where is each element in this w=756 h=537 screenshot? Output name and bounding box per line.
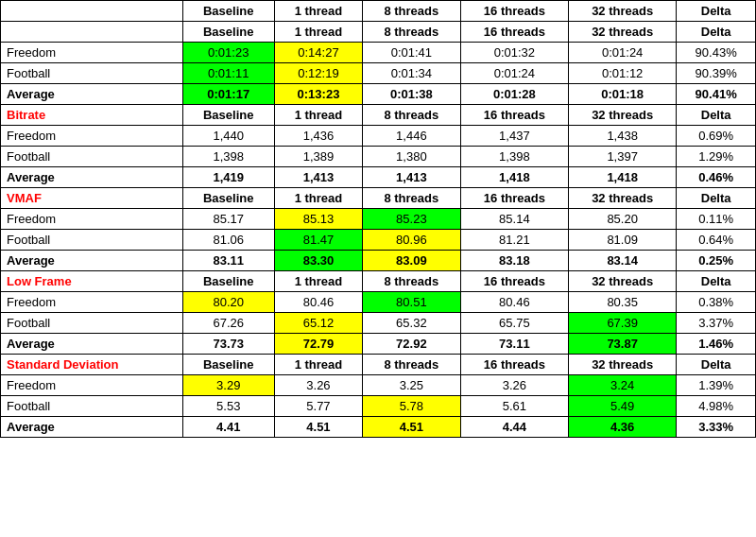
table-cell: 67.39 bbox=[569, 313, 677, 334]
section-col-0: Baseline bbox=[182, 188, 274, 209]
table-cell: Football bbox=[1, 147, 183, 167]
table-cell: 5.61 bbox=[460, 396, 568, 417]
col-header-name bbox=[1, 1, 183, 22]
table-cell: Football bbox=[1, 230, 183, 251]
col-header-32threads: 32 threads bbox=[569, 1, 677, 22]
table-cell: 0:01:24 bbox=[460, 63, 568, 84]
table-row: Football0:01:110:12:190:01:340:01:240:01… bbox=[1, 63, 756, 84]
section-col-2: 8 threads bbox=[363, 355, 461, 375]
table-row: Football67.2665.1265.3265.7567.393.37% bbox=[1, 313, 756, 334]
table-cell: 1,438 bbox=[569, 126, 677, 147]
table-cell: Freedom bbox=[1, 375, 183, 396]
table-cell: 65.75 bbox=[460, 313, 568, 334]
table-cell: 83.11 bbox=[182, 251, 274, 271]
table-cell: Average bbox=[1, 251, 183, 271]
table-row: Football81.0681.4780.9681.2181.090.64% bbox=[1, 230, 756, 251]
section-label: Standard Deviation bbox=[1, 355, 183, 375]
section-col-1: 1 thread bbox=[274, 355, 362, 375]
table-cell: 73.87 bbox=[569, 334, 677, 355]
section-col-2: 8 threads bbox=[363, 188, 461, 209]
table-cell: 85.20 bbox=[569, 209, 677, 230]
table-cell: 1.29% bbox=[677, 147, 756, 167]
table-row: Freedom3.293.263.253.263.241.39% bbox=[1, 375, 756, 396]
table-cell: 1,397 bbox=[569, 147, 677, 167]
table-cell: 0:01:34 bbox=[363, 63, 461, 84]
table-cell: 4.36 bbox=[569, 417, 677, 438]
table-cell: 90.41% bbox=[677, 84, 756, 105]
table-cell: 4.51 bbox=[274, 417, 362, 438]
table-cell: 1,437 bbox=[460, 126, 568, 147]
table-cell: 1,389 bbox=[274, 147, 362, 167]
table-cell: 80.35 bbox=[569, 292, 677, 313]
table-cell: 80.51 bbox=[363, 292, 461, 313]
section-col-5: Delta bbox=[677, 188, 756, 209]
table-cell: 0:13:23 bbox=[274, 84, 362, 105]
table-cell: Freedom bbox=[1, 43, 183, 63]
section-label: Bitrate bbox=[1, 105, 183, 126]
section-col-3: 16 threads bbox=[460, 355, 568, 375]
table-cell: 0.25% bbox=[677, 251, 756, 271]
table-cell: 85.13 bbox=[274, 209, 362, 230]
table-cell: 67.26 bbox=[182, 313, 274, 334]
table-cell: 0:14:27 bbox=[274, 43, 362, 63]
section-col-4: 32 threads bbox=[569, 355, 677, 375]
table-cell: 65.12 bbox=[274, 313, 362, 334]
table-row: Average1,4191,4131,4131,4181,4180.46% bbox=[1, 167, 756, 188]
section-col-3: 16 threads bbox=[460, 271, 568, 292]
table-cell: 0:01:38 bbox=[363, 84, 461, 105]
table-cell: 1,419 bbox=[182, 167, 274, 188]
table-cell: Football bbox=[1, 63, 183, 84]
table-cell: 80.20 bbox=[182, 292, 274, 313]
table-cell: 90.39% bbox=[677, 63, 756, 84]
table-cell: 1,413 bbox=[363, 167, 461, 188]
table-cell: 73.11 bbox=[460, 334, 568, 355]
section-col-4: 32 threads bbox=[569, 22, 677, 43]
table-cell: 4.98% bbox=[677, 396, 756, 417]
table-cell: 80.96 bbox=[363, 230, 461, 251]
section-col-1: 1 thread bbox=[274, 188, 362, 209]
table-cell: 83.18 bbox=[460, 251, 568, 271]
section-label: Low Frame bbox=[1, 271, 183, 292]
table-cell: 83.09 bbox=[363, 251, 461, 271]
table-cell: 4.51 bbox=[363, 417, 461, 438]
table-cell: 0:01:41 bbox=[363, 43, 461, 63]
table-cell: 1,440 bbox=[182, 126, 274, 147]
table-cell: Average bbox=[1, 167, 183, 188]
table-cell: 4.41 bbox=[182, 417, 274, 438]
table-cell: 0:01:32 bbox=[460, 43, 568, 63]
table-cell: 85.17 bbox=[182, 209, 274, 230]
table-cell: 73.73 bbox=[182, 334, 274, 355]
table-cell: Football bbox=[1, 396, 183, 417]
section-header-4: Standard DeviationBaseline1 thread8 thre… bbox=[1, 355, 756, 375]
section-col-1: 1 thread bbox=[274, 22, 362, 43]
table-cell: 1,398 bbox=[182, 147, 274, 167]
section-header-3: Low FrameBaseline1 thread8 threads16 thr… bbox=[1, 271, 756, 292]
table-cell: 81.09 bbox=[569, 230, 677, 251]
table-cell: Freedom bbox=[1, 292, 183, 313]
table-cell: 1,436 bbox=[274, 126, 362, 147]
table-cell: 0:01:24 bbox=[569, 43, 677, 63]
section-header-1: BitrateBaseline1 thread8 threads16 threa… bbox=[1, 105, 756, 126]
table-cell: 80.46 bbox=[274, 292, 362, 313]
table-row: Freedom80.2080.4680.5180.4680.350.38% bbox=[1, 292, 756, 313]
table-cell: 0:01:18 bbox=[569, 84, 677, 105]
col-header-1thread: 1 thread bbox=[274, 1, 362, 22]
table-row: Freedom1,4401,4361,4461,4371,4380.69% bbox=[1, 126, 756, 147]
table-cell: 5.53 bbox=[182, 396, 274, 417]
table-cell: 1,380 bbox=[363, 147, 461, 167]
section-header-2: VMAFBaseline1 thread8 threads16 threads3… bbox=[1, 188, 756, 209]
table-cell: 5.77 bbox=[274, 396, 362, 417]
table-cell: Average bbox=[1, 334, 183, 355]
table-row: Average73.7372.7972.9273.1173.871.46% bbox=[1, 334, 756, 355]
table-cell: 5.49 bbox=[569, 396, 677, 417]
table-cell: 90.43% bbox=[677, 43, 756, 63]
table-cell: 3.29 bbox=[182, 375, 274, 396]
table-cell: 3.26 bbox=[460, 375, 568, 396]
table-cell: 85.14 bbox=[460, 209, 568, 230]
table-cell: 80.46 bbox=[460, 292, 568, 313]
section-col-1: 1 thread bbox=[274, 271, 362, 292]
table-cell: 0.64% bbox=[677, 230, 756, 251]
table-cell: 81.47 bbox=[274, 230, 362, 251]
table-cell: 1,398 bbox=[460, 147, 568, 167]
section-col-5: Delta bbox=[677, 22, 756, 43]
